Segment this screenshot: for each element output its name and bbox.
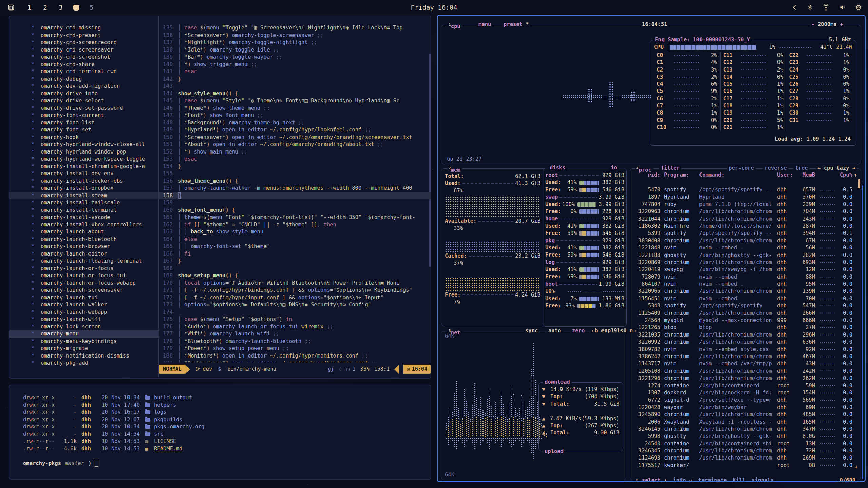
process-row[interactable]: 3245890chromium/usr/lib/chromium/chromdh… <box>630 411 861 418</box>
process-row[interactable]: 2006XwaylandXwayland :1 -rootless -dhh16… <box>630 419 861 426</box>
file-item[interactable]: *omarchy-font-list <box>9 119 158 127</box>
file-item[interactable]: *omarchy-install-terminal <box>9 207 158 214</box>
file-item[interactable]: *omarchy-drive-info <box>9 90 158 98</box>
process-row[interactable]: 1156451nvimnvim --embeddhh70M0.0 <box>630 295 861 302</box>
process-row[interactable]: 24564mysqldmysqld --max-connection999666… <box>630 317 861 324</box>
file-item[interactable]: *omarchy-drive-select <box>9 97 158 105</box>
proc-footer-action[interactable]: terminate <box>698 477 727 482</box>
file-name[interactable]: src <box>154 431 163 438</box>
file-item[interactable]: *omarchy-cmd-missing <box>9 24 158 32</box>
file-item[interactable]: *omarchy-launch-walker <box>9 301 158 309</box>
file-item[interactable]: *omarchy-install-chromium-google-a <box>9 163 158 170</box>
file-item[interactable]: *omarchy-debug <box>9 76 158 83</box>
reverse-button[interactable]: reverse <box>763 165 788 172</box>
process-row[interactable]: 864107nvimnvim --embed .dhh95M0.0 <box>630 281 861 288</box>
file-item[interactable]: *omarchy-cmd-screenshot <box>9 54 158 61</box>
process-row[interactable]: 747804rubypuma 7.1.0 (tcp://localdhh239M… <box>630 201 861 208</box>
file-item[interactable]: *omarchy-launch-screensaver <box>9 287 158 294</box>
file-item[interactable]: *omarchy-launch-browser <box>9 243 158 250</box>
chip-icon[interactable] <box>855 4 862 11</box>
shell-prompt[interactable]: omarchy-pkgs master ) <box>23 460 431 467</box>
proc-box-title[interactable]: 4proc <box>635 165 653 174</box>
file-item[interactable]: *omarchy-font-current <box>9 112 158 119</box>
file-item[interactable]: *omarchy-dev-add-migration <box>9 83 158 90</box>
process-row[interactable]: 1175517kworker/root0B0.0 <box>630 462 861 469</box>
process-row[interactable]: 1143717nvimnvim --embed /var/tmp/pdhh43M… <box>630 360 861 367</box>
process-row[interactable]: 3220965chromium/usr/lib/chromium/chromdh… <box>630 288 861 295</box>
file-item[interactable]: *omarchy-launch-editor <box>9 250 158 258</box>
net-auto-button[interactable]: auto <box>547 327 563 334</box>
process-row[interactable]: 1307dockerd/usr/bin/dockerd -H fd:root15… <box>630 389 861 396</box>
file-name[interactable]: README.md <box>154 445 182 453</box>
btop-scrollbar[interactable] <box>862 185 863 479</box>
preset-button[interactable]: preset * <box>502 21 531 28</box>
process-row[interactable]: 1221265btopbtopdhh27M0.0 <box>630 324 861 331</box>
file-item[interactable]: *omarchy-install-xbox-controllers <box>9 221 158 229</box>
workspace-2[interactable]: 2 <box>41 4 49 11</box>
file-item[interactable]: *omarchy-lock-screen <box>9 323 158 331</box>
file-item[interactable]: *omarchy-cmd-present <box>9 32 158 39</box>
file-item[interactable]: *omarchy-launch-tui <box>9 294 158 302</box>
tree-button[interactable]: tree <box>793 165 809 172</box>
file-item[interactable]: *omarchy-notification-dismiss <box>9 352 158 360</box>
btop-window[interactable]: 1cpu menu preset * 16:04:51 - 2000ms + E… <box>437 15 866 482</box>
process-row[interactable]: 3386242chromium/usr/lib/chromium/chromdh… <box>630 353 861 360</box>
process-row[interactable]: 1221848nvimnvim --embed .dhh56M0.0 <box>630 244 861 251</box>
process-row[interactable]: 1205108chromium/usr/lib/chromium/chromdh… <box>630 368 861 375</box>
workspace-5[interactable]: 5 <box>88 4 95 11</box>
proc-footer-action[interactable]: Kill <box>733 477 745 482</box>
volume-icon[interactable] <box>839 4 846 11</box>
chevron-left-icon[interactable] <box>791 4 798 11</box>
file-item[interactable]: *omarchy-cmd-share <box>9 61 158 68</box>
process-row[interactable]: 3220992chromium/usr/lib/chromium/chromdh… <box>630 339 861 346</box>
file-name[interactable]: helpers <box>154 402 176 409</box>
file-item[interactable]: *omarchy-launch-or-focus <box>9 265 158 272</box>
file-item[interactable]: *omarchy-launch-or-focus-tui <box>9 272 158 280</box>
nvim-window[interactable]: *omarchy-cmd-missing*omarchy-cmd-present… <box>9 16 431 379</box>
net-sync-button[interactable]: sync <box>524 327 539 334</box>
menu-button[interactable]: menu <box>477 21 493 28</box>
process-row[interactable]: 1221188ghostty/usr/bin/ghostty --gtk-dhh… <box>630 252 861 259</box>
process-row[interactable]: 1220428waybar/usr/bin/waybardhh69M0.0 <box>630 404 861 411</box>
update-interval[interactable]: - 2000ms + <box>810 21 845 28</box>
file-item[interactable]: *omarchy-install-vscode <box>9 214 158 221</box>
file-item[interactable]: *omarchy-launch-about <box>9 228 158 236</box>
process-row[interactable]: 6772signal-d/proc/self/exe --type=rdhh56… <box>630 396 861 404</box>
file-item[interactable]: *omarchy-menu-keybindings <box>9 338 158 345</box>
io-mode-button[interactable]: io <box>609 164 619 171</box>
process-row[interactable]: 5998ghostty/usr/bin/ghostty --gtk-dhh8.0… <box>630 433 861 440</box>
process-row[interactable]: 3220869chromium/usr/lib/chromium/chromdh… <box>630 259 861 266</box>
proc-footer-action[interactable]: ↑ select ↓ <box>635 477 667 482</box>
file-name[interactable]: pkgs.omarchy.org <box>154 423 204 431</box>
net-zero-button[interactable]: zero <box>570 327 586 334</box>
proc-footer-action[interactable]: signals <box>752 477 774 482</box>
file-name[interactable]: pkgbuilds <box>154 416 182 424</box>
terminal-window[interactable]: drwxr-xr-x-dhh20 Nov 10:34build-outputdr… <box>9 385 431 480</box>
process-row[interactable]: 1125409chromium/usr/lib/chromium/chromdh… <box>630 310 861 317</box>
file-item[interactable]: *omarchy-pkg-add <box>9 360 158 367</box>
file-item[interactable]: *omarchy-install-docker-dbs <box>9 178 158 185</box>
workspace-3[interactable]: 3 <box>57 4 64 11</box>
process-row[interactable]: 728079nvimnvim --embeddhh88M0.0 <box>630 273 861 281</box>
process-row[interactable]: 3830408chromium/usr/lib/chromium/chromdh… <box>630 237 861 244</box>
file-item[interactable]: *omarchy-install-dropbox <box>9 185 158 192</box>
process-row[interactable]: 3221044chromium/usr/lib/chromium/chromdh… <box>630 216 861 223</box>
sort-selector[interactable]: ← cpu lazy → <box>816 165 857 172</box>
disks-box-title[interactable]: disks <box>548 164 567 171</box>
process-row[interactable]: 1897HyprlandHyprlanddhh370M0.0 <box>630 194 861 201</box>
file-name[interactable]: logs <box>154 409 166 416</box>
process-row[interactable]: 3221035chromium/usr/lib/chromium/chromdh… <box>630 331 861 339</box>
scroll-down-icon[interactable]: ↓ <box>855 463 858 470</box>
process-row[interactable]: 5399spotify/opt/spotify/spotify --dhh394… <box>630 230 861 237</box>
process-row[interactable]: 3809782nvimnvim --embed style.cssdhh92M0… <box>630 346 861 353</box>
file-item[interactable]: *omarchy-launch-bluetooth <box>9 236 158 243</box>
file-item[interactable]: *omarchy-install-tailscale <box>9 199 158 207</box>
process-row[interactable]: 5470spotify/opt/spotify/spotify --dhh657… <box>630 186 861 194</box>
process-row[interactable]: 1124693chromium/usr/lib/chromium/chromdh… <box>630 454 861 462</box>
file-item[interactable]: *omarchy-launch-or-focus-webapp <box>9 280 158 287</box>
file-item[interactable]: *omarchy-drive-set-password <box>9 105 158 112</box>
workspace-4-active[interactable] <box>73 5 79 11</box>
process-row[interactable]: 3246145chromium/usr/lib/chromium/chromdh… <box>630 426 861 433</box>
file-list-pane[interactable]: *omarchy-cmd-missing*omarchy-cmd-present… <box>9 16 159 378</box>
file-name[interactable]: build-output <box>154 394 192 402</box>
